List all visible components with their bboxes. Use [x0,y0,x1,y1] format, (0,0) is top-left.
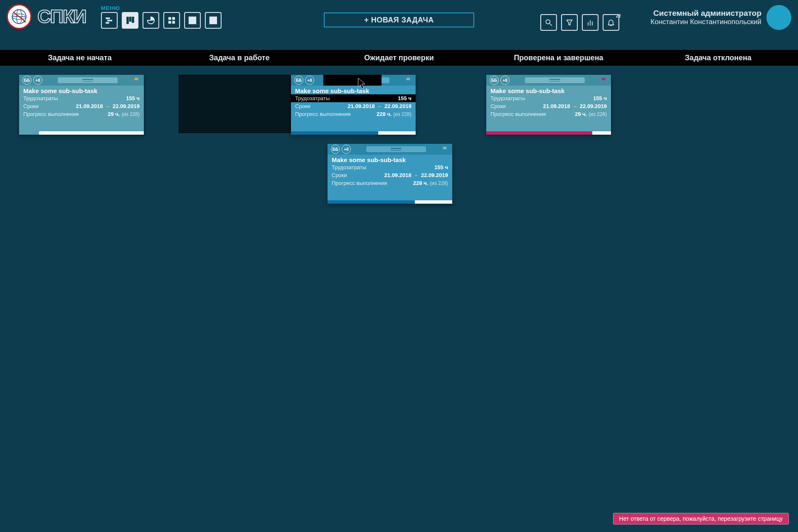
progress-label: Прогресс выполнения [490,111,546,117]
progress-bar [19,131,144,135]
view-tiles-icon[interactable] [163,12,180,29]
cursor-icon [357,77,365,89]
svg-rect-12 [168,21,171,23]
dates-label: Сроки [295,103,310,109]
svg-rect-13 [172,21,175,23]
effort-value: 155 ч [434,164,448,170]
effort-value: 155 ч [593,95,607,101]
progress-bar [328,200,452,204]
task-title: Make some sub-sub-task [19,86,144,94]
error-toast[interactable]: Нет ответа от сервера, пожалуйста, перез… [613,513,789,525]
svg-rect-4 [106,17,109,19]
dates-label: Сроки [23,103,39,109]
svg-rect-10 [168,17,171,20]
col-done[interactable]: Проверена и завершена [479,50,638,66]
flag-icon[interactable] [441,145,449,153]
svg-line-23 [550,24,552,26]
bell-icon[interactable]: 22 [603,14,619,31]
svg-rect-11 [172,17,175,20]
assignee-chip[interactable]: ББ [294,76,303,85]
view-pie-icon[interactable] [143,12,159,29]
progress-label: Прогресс выполнения [332,180,387,186]
app-header: СПКИ МЕНЮ + НОВАЯ ЗАДАЧА 22 Системный ад… [0,0,798,33]
col-awaiting-review[interactable]: Ожидает проверки [319,50,479,66]
progress-value: 228 ч. [413,180,428,186]
progress-value: 29 ч. [108,111,120,117]
assignee-chip[interactable]: ББ [331,145,340,154]
effort-label: Трудозатраты [23,95,58,101]
drag-handle-icon[interactable] [512,77,598,83]
progress-label: Прогресс выполнения [23,111,79,117]
svg-rect-9 [132,17,134,22]
svg-point-22 [546,20,550,24]
dates-label: Сроки [490,103,506,109]
view-gantt-icon[interactable] [101,12,118,29]
user-name: Константин Константинопольский [650,18,761,26]
logo-emblem [7,4,32,29]
view-grid-icon[interactable] [184,12,201,29]
effort-value: 155 ч [126,95,140,101]
task-card[interactable]: ББ +8 Make some sub-sub-task Трудозатрат… [19,75,144,135]
avatar[interactable] [766,5,791,30]
drag-handle-icon[interactable] [353,146,439,152]
col-not-started[interactable]: Задача не начата [0,50,160,66]
flag-icon[interactable] [133,76,140,84]
assignee-more-chip[interactable]: +8 [305,76,314,85]
assignee-chip[interactable]: ББ [22,76,32,85]
date-start: 21.09.2018 [76,103,103,109]
assignee-more-chip[interactable]: +8 [33,76,42,85]
col-rejected[interactable]: Задача отклонена [638,50,798,66]
kanban-board: ББ +8 Make some sub-sub-task Трудозатрат… [0,71,798,532]
dates-label: Сроки [332,172,347,178]
progress-of: (из 228) [430,180,448,186]
view-columns-icon[interactable] [205,12,222,29]
search-icon[interactable] [540,14,557,31]
globe-icon [10,8,28,25]
assignee-more-chip[interactable]: +8 [342,145,351,154]
date-end: 22.09.2019 [113,103,140,109]
view-menu: МЕНЮ [101,5,222,29]
svg-rect-5 [107,20,112,21]
bell-badge: 22 [616,13,621,18]
progress-bar [486,131,611,135]
date-start: 21.09.2018 [384,172,411,178]
progress-value: 29 ч. [575,111,587,117]
progress-of: (из 228) [121,111,140,117]
date-end: 22.09.2019 [421,172,448,178]
assignee-more-chip[interactable]: +8 [500,76,510,85]
app-logo-text: СПКИ [37,6,86,27]
stats-icon[interactable] [582,14,598,31]
new-task-button[interactable]: + НОВАЯ ЗАДАЧА [324,12,474,27]
effort-label: Трудозатраты [490,95,525,101]
drag-handle-icon[interactable] [45,77,131,83]
svg-rect-8 [129,17,131,21]
task-title: Make some sub-sub-task [328,155,452,163]
flag-icon[interactable] [600,76,608,84]
kanban-columns-header: Задача не начата Задача в работе Ожидает… [0,50,798,66]
menu-label: МЕНЮ [101,5,222,11]
drop-zone[interactable] [179,75,291,133]
svg-rect-19 [209,17,217,24]
svg-rect-7 [126,17,128,24]
view-kanban-icon[interactable] [122,12,138,29]
user-box[interactable]: Системный администратор Константин Конст… [650,5,791,30]
filter-icon[interactable] [561,14,578,31]
effort-label: Трудозатраты [332,164,366,170]
assignee-chip[interactable]: ББ [490,76,499,85]
task-title: Make some sub-sub-task [486,86,611,94]
progress-of: (из 228) [589,111,607,117]
svg-rect-14 [189,17,196,24]
col-in-progress[interactable]: Задача в работе [160,50,319,66]
task-card[interactable]: ББ +8 Make some sub-sub-task Трудозатрат… [486,75,611,135]
date-end: 22.09.2019 [580,103,607,109]
user-role: Системный администратор [650,9,761,18]
date-start: 21.09.2018 [543,103,570,109]
task-card[interactable]: ББ +8 Make some sub-sub-task Трудозатрат… [328,144,452,204]
svg-rect-6 [106,22,108,23]
